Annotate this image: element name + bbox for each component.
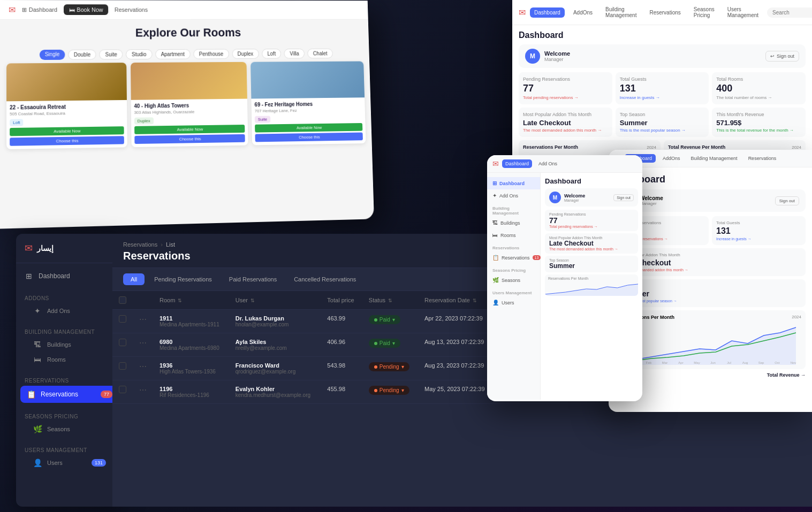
status-chevron[interactable]: ▾ [401, 387, 404, 393]
ov-rooms-icon: 🛏 [492, 232, 498, 238]
ov-seasons-icon: 🌿 [492, 277, 499, 283]
room-cell: 6980 Medina Apartments-6980 [153, 333, 229, 357]
filter-villa[interactable]: Villa [284, 49, 305, 59]
sidebar-item-dashboard[interactable]: ⊞ Dashboard [16, 268, 123, 285]
explore-logo-icon: ✉ [9, 5, 16, 15]
tab-all[interactable]: All [123, 273, 145, 285]
row-menu-dots[interactable]: ⋯ [139, 315, 147, 324]
tab-cancelled[interactable]: Cancelled Reservations [286, 273, 363, 285]
dash-search-input[interactable] [767, 7, 812, 18]
select-all-checkbox[interactable] [119, 296, 126, 304]
filter-loft[interactable]: Loft [262, 49, 282, 59]
svg-text:Jul: Jul [727, 361, 731, 364]
row-checkbox[interactable] [119, 315, 126, 323]
ov2-welcome-card: M Welcome Manager Sign out [615, 189, 806, 212]
available-btn-40[interactable]: Available Now [134, 125, 245, 134]
overlay-sidebar: ⊞ Dashboard ✦ Add Ons Building Managemen… [487, 173, 642, 400]
row-menu-dots[interactable]: ⋯ [139, 339, 147, 347]
dash-nav-dashboard[interactable]: Dashboard [530, 7, 565, 18]
sort-room-icon[interactable]: ⇅ [178, 298, 182, 303]
dash-nav-building[interactable]: Building Management [601, 4, 641, 20]
sidebar-item-rooms[interactable]: 🛏 Rooms [16, 352, 123, 367]
filter-suite[interactable]: Suite [100, 49, 123, 59]
filter-double[interactable]: Double [68, 50, 96, 60]
ov2-nav-building[interactable]: Building Management [687, 154, 741, 163]
sidebar-item-addons[interactable]: ✦ Add Ons [16, 303, 123, 318]
ov-item-addons[interactable]: ✦ Add Ons [487, 189, 540, 202]
tab-pending[interactable]: Pending Reservations [147, 273, 219, 285]
stat-guests: Total Guests 131 Increase in guests → [616, 72, 709, 104]
ov-seasons-section: Seasons Pricing [487, 264, 540, 274]
ov-signout[interactable]: Sign out [613, 194, 634, 201]
ov-top-season: Top Season Summer [545, 256, 638, 272]
ov-item-rooms[interactable]: 🛏 Rooms [487, 229, 540, 241]
highlight-late-checkout: Most Popular Addon This Month Late Check… [519, 108, 612, 137]
ov-res-icon: 📋 [492, 255, 499, 261]
ov-item-seasons[interactable]: 🌿 Seasons [487, 274, 540, 286]
filter-chalet[interactable]: Chalet [307, 49, 333, 59]
dash-signout-btn[interactable]: ↩ Sign out [765, 51, 799, 62]
buildings-icon: 🏗 [33, 340, 42, 349]
filter-penthouse[interactable]: Penthouse [193, 49, 229, 59]
filter-studio[interactable]: Studio [126, 49, 152, 59]
ov2-nav-reservations[interactable]: Reservations [745, 154, 780, 163]
col-user: User ⇅ [229, 291, 321, 310]
sidebar-seasons-title: Seasons Pricing [16, 411, 123, 422]
filter-apartment[interactable]: Apartment [155, 49, 191, 59]
ov-item-users[interactable]: 👤 Users [487, 296, 540, 309]
ov-item-reservations[interactable]: 📋 Reservations 13 [487, 251, 540, 264]
available-btn-22[interactable]: Available Now [10, 126, 124, 136]
sort-user-icon[interactable]: ⇅ [251, 298, 255, 303]
dash-welcome-role: Manager [544, 57, 570, 62]
tab-paid[interactable]: Paid Reservations [222, 273, 284, 285]
col-resdate: Reservation Date ⇅ [418, 291, 495, 310]
dash-nav-seasons[interactable]: Seasons Pricing [689, 4, 719, 20]
overlay-nav-dashboard[interactable]: Dashboard [502, 159, 532, 168]
explore-header: ✉ ⊞ Dashboard 🛏 Book Now Reservations [0, 0, 368, 20]
filter-single[interactable]: Single [40, 50, 65, 60]
filter-duplex[interactable]: Duplex [232, 49, 259, 59]
room-id: 1936 [160, 362, 223, 369]
ov-dash-title: Dashboard [545, 177, 638, 185]
ov-late-checkout: Most Popular Addon This Month Late Check… [545, 233, 638, 254]
sort-status-icon[interactable]: ⇅ [388, 298, 392, 303]
row-menu-dots[interactable]: ⋯ [139, 386, 147, 394]
sidebar-item-reservations[interactable]: 📋 Reservations 77 [20, 386, 119, 403]
ov-chart: Reservations Per Month [545, 274, 638, 296]
sidebar-item-seasons[interactable]: 🌿 Seasons [16, 422, 123, 437]
user-email: nreilly@example.com [236, 345, 315, 351]
overlay-nav-addons[interactable]: Add Ons [535, 159, 560, 168]
dash-logo-icon: ✉ [519, 7, 526, 18]
sort-resdate-icon[interactable]: ⇅ [473, 298, 477, 303]
row-checkbox[interactable] [119, 339, 126, 346]
status-chevron[interactable]: ▾ [392, 317, 395, 323]
explore-nav-dashboard[interactable]: ⊞ Dashboard [22, 6, 57, 13]
explore-nav-reservations[interactable]: Reservations [115, 6, 148, 13]
ov-item-dashboard[interactable]: ⊞ Dashboard [487, 177, 540, 189]
ov-users-icon: 👤 [492, 300, 499, 305]
choose-btn-40[interactable]: Choose this [134, 134, 245, 144]
ov2-nav-addons[interactable]: AddOns [659, 154, 684, 163]
ov-item-buildings[interactable]: 🏗 Buildings [487, 217, 540, 229]
col-total: Total price [321, 291, 362, 310]
row-checkbox[interactable] [119, 386, 126, 393]
sidebar-item-buildings[interactable]: 🏗 Buildings [16, 337, 123, 352]
dash-nav-addons[interactable]: AddOns [569, 7, 597, 18]
svg-text:Mar: Mar [662, 361, 667, 364]
choose-btn-69[interactable]: Choose this [255, 133, 363, 142]
ov2-signout[interactable]: Sign out [775, 196, 799, 205]
status-chevron[interactable]: ▾ [392, 340, 395, 346]
sidebar-section-main: ⊞ Dashboard [16, 263, 123, 289]
row-menu-dots[interactable]: ⋯ [139, 362, 147, 371]
available-btn-69[interactable]: Available Now [255, 123, 362, 133]
status-chevron[interactable]: ▾ [401, 364, 404, 370]
sidebar-item-users[interactable]: 👤 Users 131 [16, 455, 123, 470]
ov-welcome-name: Welcome [564, 193, 585, 198]
choose-btn-22[interactable]: Choose this [10, 136, 124, 146]
explore-nav-book[interactable]: 🛏 Book Now [64, 4, 108, 15]
room-card-69: 69 - Fez Heritage Homes 707 Heritage Lan… [251, 62, 366, 146]
dash-nav-users[interactable]: Users Management [723, 4, 763, 20]
row-checkbox[interactable] [119, 362, 126, 370]
dash-nav-reservations[interactable]: Reservations [645, 7, 685, 18]
user-name: Ayla Skiles [236, 339, 315, 345]
